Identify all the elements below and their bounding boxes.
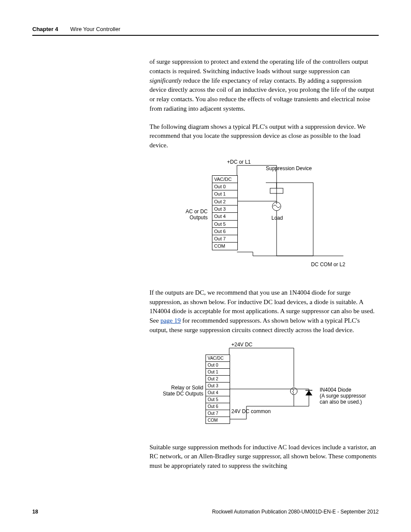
svg-point-18 bbox=[290, 388, 297, 395]
label-suppression: Suppression Device bbox=[266, 165, 312, 171]
term-row: Out 7 bbox=[206, 410, 230, 417]
label-left-2: Relay or Solid State DC Outputs bbox=[162, 385, 203, 397]
term-row: COM bbox=[212, 243, 237, 249]
text-run: Suppression Device bbox=[266, 165, 312, 171]
term-row: Out 2 bbox=[206, 376, 230, 383]
diagram-1: VAC/DC Out 0 Out 1 Out 2 Out 3 Out 4 Out… bbox=[149, 159, 378, 280]
page-header: Chapter 4 Wire Your Controller bbox=[32, 26, 379, 36]
text-run: for recommended suppressors. As shown be… bbox=[149, 317, 360, 333]
svg-marker-22 bbox=[305, 390, 312, 395]
term-row: Out 3 bbox=[206, 383, 230, 389]
terminal-block-1: VAC/DC Out 0 Out 1 Out 2 Out 3 Out 4 Out… bbox=[212, 175, 238, 250]
term-row: VAC/DC bbox=[206, 355, 230, 362]
page-link[interactable]: page 19 bbox=[160, 317, 181, 324]
paragraph-1: of surge suppression to protect and exte… bbox=[149, 57, 378, 114]
label-top: +DC or L1 bbox=[227, 159, 251, 165]
term-row: Out 1 bbox=[206, 369, 230, 376]
term-row: COM bbox=[206, 417, 230, 423]
term-row: Out 1 bbox=[212, 190, 237, 198]
text-run: (A surge suppressor bbox=[320, 393, 366, 399]
paragraph-4: Suitable surge suppression methods for i… bbox=[149, 443, 378, 471]
term-row: Out 4 bbox=[206, 389, 230, 396]
term-row: Out 7 bbox=[212, 235, 237, 243]
term-row: Out 0 bbox=[206, 362, 230, 369]
term-row: Out 0 bbox=[212, 183, 237, 190]
page-footer: 18 Rockwell Automation Publication 2080-… bbox=[32, 509, 379, 515]
chapter-title: Wire Your Controller bbox=[70, 26, 120, 32]
text-run: reduce the life expectancy of relay cont… bbox=[149, 77, 374, 112]
term-row: Out 5 bbox=[212, 221, 237, 228]
text-run: AC or DC Outputs bbox=[186, 208, 208, 221]
text-italic: significantly bbox=[149, 77, 181, 84]
text-run: can also be used.) bbox=[320, 399, 366, 405]
label-diode: IN4004 Diode (A surge suppressor can als… bbox=[320, 387, 366, 405]
term-row: Out 3 bbox=[212, 205, 237, 213]
page-number: 18 bbox=[32, 509, 38, 515]
publication-info: Rockwell Automation Publication 2080-UM0… bbox=[212, 509, 379, 515]
term-row: Out 4 bbox=[212, 213, 237, 220]
chapter-label: Chapter 4 bbox=[32, 26, 58, 32]
term-row: VAC/DC bbox=[212, 176, 237, 183]
text-run: Relay or Solid State DC Outputs bbox=[163, 385, 203, 397]
diagram-2: VAC/DC Out 0 Out 1 Out 2 Out 3 Out 4 Out… bbox=[149, 344, 391, 434]
label-load: Load bbox=[271, 215, 283, 221]
label-left: AC or DC Outputs bbox=[177, 208, 208, 221]
paragraph-3: If the outputs are DC, we recommend that… bbox=[149, 288, 378, 335]
terminal-block-2: VAC/DC Out 0 Out 1 Out 2 Out 3 Out 4 Out… bbox=[206, 355, 230, 424]
label-top-2: +24V DC bbox=[231, 342, 252, 348]
label-bottom: DC COM or L2 bbox=[311, 261, 345, 268]
term-row: Out 6 bbox=[206, 403, 230, 410]
term-row: Out 2 bbox=[212, 198, 237, 205]
label-common: 24V DC common bbox=[231, 408, 271, 414]
text-run: IN4004 Diode bbox=[320, 387, 366, 393]
text-run: of surge suppression to protect and exte… bbox=[149, 58, 368, 75]
paragraph-2: The following diagram shows a typical PL… bbox=[149, 122, 378, 150]
term-row: Out 6 bbox=[212, 228, 237, 235]
term-row: Out 5 bbox=[206, 396, 230, 403]
